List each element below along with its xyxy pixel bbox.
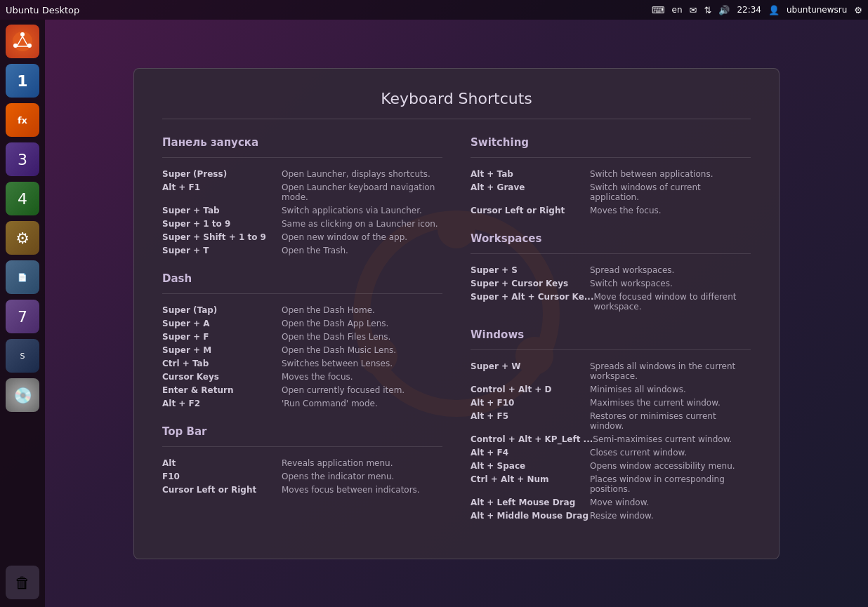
divider-1: [162, 157, 442, 158]
shortcut-row: Cursor Keys Moves the focus.: [162, 372, 442, 382]
shortcut-key: Super (Press): [162, 169, 282, 179]
ubuntu-logo-icon: [6, 25, 39, 58]
sidebar: 1 fx 3 4 ⚙ 📄 7 S 💿 🗑: [0, 20, 45, 607]
shortcut-desc: Open the Dash Files Lens.: [282, 332, 390, 342]
shortcut-row: Super (Press) Open Launcher, displays sh…: [162, 169, 442, 179]
divider-2: [162, 293, 442, 294]
section-switching: Switching Alt + Tab Switch between appli…: [471, 136, 751, 215]
shortcut-row: Super + T Open the Trash.: [162, 246, 442, 255]
shortcut-desc: Switch windows of current application.: [590, 182, 751, 202]
volume-icon[interactable]: 🔊: [718, 5, 730, 15]
shortcut-row: Ctrl + Alt + Num Places window in corres…: [471, 474, 751, 494]
shortcut-desc: Switches between Lenses.: [282, 359, 393, 368]
divider-5: [471, 253, 751, 254]
right-column: Switching Alt + Tab Switch between appli…: [471, 136, 751, 538]
shortcut-key: Super + S: [471, 265, 590, 275]
shortcut-desc: Spreads all windows in the current works…: [590, 361, 751, 381]
shortcut-desc: Open the Trash.: [282, 246, 348, 255]
shortcut-row: Cursor Left or Right Moves focus between…: [162, 485, 442, 495]
shortcut-desc: Reveals application menu.: [282, 458, 393, 468]
shortcut-row: Super + Shift + 1 to 9 Open new window o…: [162, 232, 442, 242]
main-content: Keyboard Shortcuts Панель запуска Super …: [45, 20, 868, 607]
user-icon[interactable]: 👤: [768, 5, 780, 15]
shortcut-desc: Open the Dash Home.: [282, 305, 375, 315]
app-cd-icon: 💿: [6, 378, 39, 412]
shortcut-key: Super + F: [162, 332, 282, 342]
sidebar-item-2[interactable]: fx: [4, 101, 41, 139]
shortcut-desc: Moves the focus.: [590, 206, 662, 215]
sidebar-item-6[interactable]: 📄: [4, 258, 41, 296]
shortcut-row: Cursor Left or Right Moves the focus.: [471, 206, 751, 215]
shortcut-desc: Move focused window to different workspa…: [593, 292, 751, 312]
shortcut-row: Alt + F5 Restores or minimises current w…: [471, 411, 751, 431]
shortcut-desc: Open Launcher keyboard navigation mode.: [282, 182, 442, 202]
shortcut-row: Alt + F10 Maximises the current window.: [471, 398, 751, 408]
shortcut-desc: Switch applications via Launcher.: [282, 206, 422, 215]
shortcut-desc: Minimises all windows.: [590, 385, 686, 394]
shortcut-desc: Places window in corresponding positions…: [590, 474, 751, 494]
sidebar-item-3[interactable]: 3: [4, 140, 41, 178]
shortcut-row: F10 Opens the indicator menu.: [162, 472, 442, 481]
shortcut-desc: Open the Dash App Lens.: [282, 319, 388, 328]
section-launcher-title: Панель запуска: [162, 136, 442, 149]
section-workspaces: Workspaces Super + S Spread workspaces. …: [471, 232, 751, 312]
shortcut-row: Super + Cursor Keys Switch workspaces.: [471, 279, 751, 288]
app-5-icon: ⚙: [6, 221, 39, 255]
time-display: 22:34: [737, 5, 761, 15]
shortcut-desc: Same as clicking on a Launcher icon.: [282, 219, 438, 229]
shortcut-desc: Resize window.: [590, 511, 654, 521]
sidebar-item-7[interactable]: 7: [4, 298, 41, 335]
sidebar-trash[interactable]: 🗑: [4, 563, 41, 601]
shortcut-row: Enter & Return Open currently focused it…: [162, 385, 442, 395]
shortcut-desc: Switch workspaces.: [590, 279, 673, 288]
network-icon[interactable]: ⇅: [704, 5, 712, 15]
section-switching-title: Switching: [471, 136, 751, 149]
shortcut-key: Ctrl + Alt + Num: [471, 474, 590, 494]
shortcut-row: Alt + Tab Switch between applications.: [471, 169, 751, 179]
shortcut-row: Alt + F2 'Run Command' mode.: [162, 399, 442, 408]
mail-icon[interactable]: ✉: [690, 5, 697, 15]
shortcut-key: Alt + F2: [162, 399, 282, 408]
shortcut-row: Super + M Open the Dash Music Lens.: [162, 345, 442, 355]
shortcut-key: Cursor Keys: [162, 372, 282, 382]
shortcut-desc: Maximises the current window.: [590, 398, 721, 408]
section-dash-title: Dash: [162, 272, 442, 285]
shortcut-key: Alt + Tab: [471, 169, 590, 179]
shortcut-row: Super + A Open the Dash App Lens.: [162, 319, 442, 328]
shortcut-row: Super + Alt + Cursor Ke... Move focused …: [471, 292, 751, 312]
shortcut-key: Alt + Grave: [471, 182, 590, 202]
desktop-title: Ubuntu Desktop: [6, 5, 79, 15]
shortcut-key: Super + Shift + 1 to 9: [162, 232, 282, 242]
shortcut-desc: Moves the focus.: [282, 372, 353, 382]
shortcut-row: Control + Alt + D Minimises all windows.: [471, 385, 751, 394]
settings-icon[interactable]: ⚙: [854, 5, 862, 15]
shortcut-row: Super + Tab Switch applications via Laun…: [162, 206, 442, 215]
shortcut-key: Alt + F4: [471, 448, 590, 458]
shortcut-row: Alt + Grave Switch windows of current ap…: [471, 182, 751, 202]
shortcut-desc: Restores or minimises current window.: [590, 411, 751, 431]
sidebar-item-4[interactable]: 4: [4, 180, 41, 218]
top-bar: Ubuntu Desktop ⌨ en ✉ ⇅ 🔊 22:34 👤 ubuntu…: [0, 0, 868, 20]
shortcut-desc: Move window.: [590, 498, 649, 507]
app-3-icon: 3: [6, 142, 39, 176]
keyboard-icon[interactable]: ⌨: [652, 5, 665, 15]
shortcut-desc: Closes current window.: [590, 448, 687, 458]
divider-6: [471, 349, 751, 350]
sidebar-item-cd[interactable]: 💿: [4, 376, 41, 414]
shortcut-row: Super + 1 to 9 Same as clicking on a Lau…: [162, 219, 442, 229]
shortcut-key: Super (Tap): [162, 305, 282, 315]
shortcut-key: Cursor Left or Right: [471, 206, 590, 215]
shortcuts-dialog: Keyboard Shortcuts Панель запуска Super …: [133, 68, 780, 559]
app-7-icon: 7: [6, 300, 39, 333]
shortcut-key: Super + T: [162, 246, 282, 255]
shortcut-key: Super + Alt + Cursor Ke...: [471, 292, 593, 312]
shortcut-key: Super + A: [162, 319, 282, 328]
trash-icon: 🗑: [6, 566, 39, 599]
sidebar-item-ubuntu[interactable]: [4, 22, 41, 60]
shortcut-row: Super + F Open the Dash Files Lens.: [162, 332, 442, 342]
sidebar-item-5[interactable]: ⚙: [4, 219, 41, 257]
section-windows: Windows Super + W Spreads all windows in…: [471, 328, 751, 521]
sidebar-item-s[interactable]: S: [4, 337, 41, 375]
sidebar-item-1[interactable]: 1: [4, 62, 41, 100]
shortcut-row: Alt + Space Opens window accessibility m…: [471, 461, 751, 471]
